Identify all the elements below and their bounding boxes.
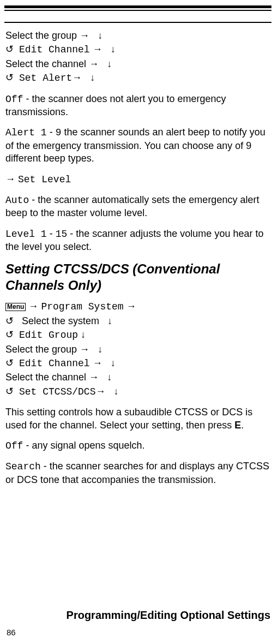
arrow-right-icon: → bbox=[89, 372, 99, 383]
page-number: 86 bbox=[7, 627, 16, 638]
section-rule bbox=[4, 22, 271, 23]
arrow-down-icon: ↓ bbox=[111, 357, 116, 368]
paragraph: Off - the scanner does not alert you to … bbox=[5, 93, 270, 119]
text: - bbox=[47, 127, 56, 138]
arrow-down-icon: ↓ bbox=[81, 329, 86, 340]
option-value: 15 bbox=[56, 229, 68, 240]
paragraph: Level 1 - 15 - the scanner adjusts the v… bbox=[5, 228, 270, 254]
arrow-right-icon: → bbox=[95, 386, 105, 397]
menu-path-text: Edit Channel bbox=[19, 44, 90, 55]
arrow-right-icon: → bbox=[80, 344, 89, 355]
nav-line: ↻ Edit Channel → ↓ bbox=[5, 357, 270, 370]
arrow-down-icon: ↓ bbox=[107, 315, 112, 326]
menu-path-text: Edit Group bbox=[19, 330, 78, 341]
option-value: 9 bbox=[56, 127, 62, 138]
arrow-down-icon: ↓ bbox=[113, 386, 118, 397]
paragraph: Search - the scanner searches for and di… bbox=[5, 460, 270, 486]
text: Select the system bbox=[22, 315, 99, 326]
text: Select the channel bbox=[5, 58, 86, 69]
arrow-right-icon: → bbox=[28, 301, 38, 312]
arrow-down-icon: ↓ bbox=[90, 72, 95, 83]
arrow-right-icon: → bbox=[126, 301, 136, 312]
text: . bbox=[241, 420, 244, 431]
paragraph: This setting controls how a subaudible C… bbox=[5, 406, 270, 432]
arrow-right-icon: → bbox=[93, 44, 102, 55]
refresh-icon: ↻ bbox=[5, 357, 14, 369]
arrow-down-icon: ↓ bbox=[107, 372, 112, 383]
nav-line: ↻ Edit Group ↓ bbox=[5, 329, 270, 342]
menu-path-text: Set Alert bbox=[19, 73, 72, 84]
text: - any signal opens squelch. bbox=[23, 440, 144, 451]
option-name: Alert 1 bbox=[5, 127, 47, 138]
arrow-right-icon: → bbox=[80, 30, 89, 41]
menu-button-icon: Menu bbox=[5, 303, 26, 311]
nav-line: ↻ Select the system ↓ bbox=[5, 315, 270, 327]
text: - the scanner does not alert you to emer… bbox=[5, 93, 226, 117]
text: Select the group bbox=[5, 30, 77, 41]
nav-line: Menu → Program System → bbox=[5, 300, 270, 313]
text: - the scanner automatically sets the eme… bbox=[5, 194, 259, 218]
top-rule-thick bbox=[4, 5, 271, 8]
page-content: Select the group → ↓ ↻ Edit Channel → ↓ … bbox=[4, 29, 271, 486]
nav-line: → Set Level bbox=[5, 173, 270, 186]
text: Select the channel bbox=[5, 372, 86, 383]
nav-block-1: Select the group → ↓ ↻ Edit Channel → ↓ … bbox=[5, 29, 270, 85]
option-name: Auto bbox=[5, 195, 29, 206]
option-name: Off bbox=[5, 440, 23, 451]
arrow-down-icon: ↓ bbox=[107, 58, 112, 69]
key-label: E bbox=[234, 420, 241, 431]
paragraph: Auto - the scanner automatically sets th… bbox=[5, 194, 270, 220]
refresh-icon: ↻ bbox=[5, 385, 14, 398]
menu-path-text: Set Level bbox=[18, 174, 71, 185]
nav-line: ↻ Set Alert→ ↓ bbox=[5, 71, 270, 85]
text: - the scanner searches for and displays … bbox=[5, 461, 269, 485]
refresh-icon: ↻ bbox=[5, 315, 14, 327]
refresh-icon: ↻ bbox=[5, 71, 14, 84]
arrow-right-icon: → bbox=[5, 174, 15, 184]
paragraph: Off - any signal opens squelch. bbox=[5, 439, 270, 452]
arrow-down-icon: ↓ bbox=[111, 44, 116, 55]
nav-line: ↻ Set CTCSS/DCS→ ↓ bbox=[5, 385, 270, 398]
option-name: Off bbox=[5, 94, 23, 105]
top-rule-thin bbox=[4, 10, 271, 11]
nav-line: Select the group → ↓ bbox=[5, 343, 270, 356]
text: - bbox=[47, 228, 56, 239]
nav-block-2: Menu → Program System → ↻ Select the sys… bbox=[5, 300, 270, 398]
menu-path-text: Set CTCSS/DCS bbox=[19, 386, 95, 397]
nav-line: ↻ Edit Channel → ↓ bbox=[5, 43, 270, 56]
arrow-down-icon: ↓ bbox=[98, 30, 102, 41]
nav-line: Select the group → ↓ bbox=[5, 29, 270, 42]
text: Select the group bbox=[5, 344, 77, 355]
text: This setting controls how a subaudible C… bbox=[5, 407, 252, 430]
footer-title: Programming/Editing Optional Settings bbox=[67, 608, 270, 622]
menu-path-text: Edit Channel bbox=[19, 358, 90, 369]
menu-path-text: Program System bbox=[41, 301, 123, 312]
arrow-down-icon: ↓ bbox=[98, 344, 102, 355]
nav-line: Select the channel → ↓ bbox=[5, 58, 270, 70]
arrow-right-icon: → bbox=[72, 72, 82, 83]
option-name: Level 1 bbox=[5, 229, 47, 240]
arrow-right-icon: → bbox=[89, 58, 99, 69]
refresh-icon: ↻ bbox=[5, 43, 14, 56]
arrow-right-icon: → bbox=[93, 357, 102, 368]
nav-line: Select the channel → ↓ bbox=[5, 371, 270, 384]
option-name: Search bbox=[5, 461, 41, 472]
paragraph: Alert 1 - 9 the scanner sounds an alert … bbox=[5, 126, 270, 165]
section-heading: Setting CTCSS/DCS (Conventional Channels… bbox=[5, 261, 270, 294]
refresh-icon: ↻ bbox=[5, 329, 14, 341]
